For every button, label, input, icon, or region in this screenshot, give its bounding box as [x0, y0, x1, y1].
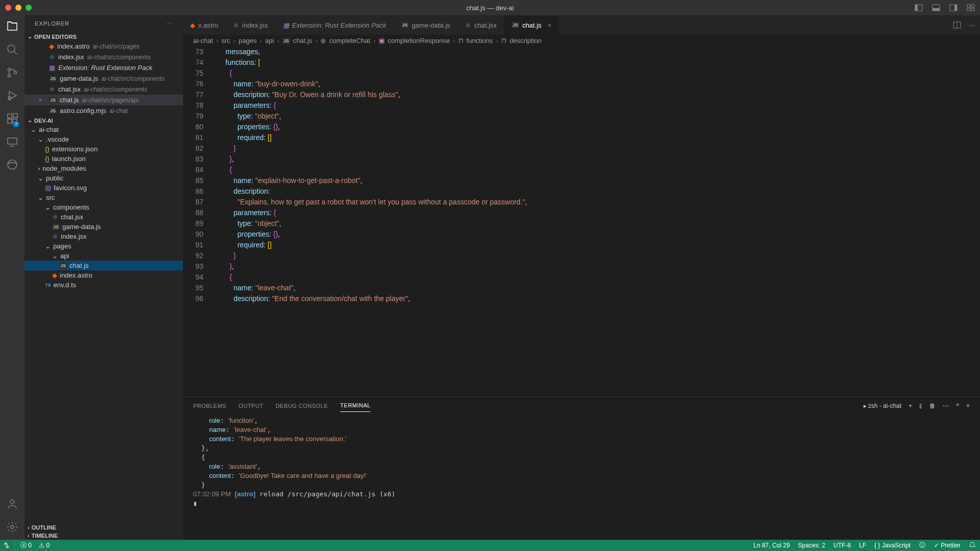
tree-item[interactable]: {}extensions.json — [25, 144, 183, 154]
svg-rect-1 — [915, 5, 918, 11]
customize-layout-icon[interactable] — [967, 4, 975, 12]
prettier-status[interactable]: ✓ Prettier — [934, 542, 961, 549]
language-mode[interactable]: { } JavaScript — [874, 542, 911, 549]
editor-tab[interactable]: ◆x.astro — [183, 15, 226, 35]
tree-item[interactable]: ▨favicon.svg — [25, 183, 183, 193]
panel-bottom-icon[interactable] — [932, 4, 940, 12]
maximize-window-icon[interactable] — [26, 5, 32, 11]
svg-point-28 — [921, 543, 922, 544]
tree-item[interactable]: ›node_modules — [25, 164, 183, 173]
warnings-count[interactable]: ⚠ 0 — [39, 542, 50, 549]
open-editors-header[interactable]: ⌄ OPEN EDITORS — [25, 32, 183, 41]
timeline-header[interactable]: › TIMELINE — [25, 532, 183, 540]
open-editor-item[interactable]: ◆index.astro ai-chat/src/pages — [25, 41, 183, 52]
tree-item[interactable]: JSgame-data.js — [25, 222, 183, 232]
breadcrumb-item[interactable]: completionResponse — [388, 37, 450, 44]
svg-point-14 — [14, 72, 17, 74]
breadcrumb-item[interactable]: functions — [466, 37, 493, 44]
project-header[interactable]: ⌄ DEV-AI — [25, 116, 183, 125]
feedback-icon[interactable] — [919, 541, 926, 550]
breadcrumb-item[interactable]: pages — [239, 37, 256, 44]
close-window-icon[interactable] — [5, 5, 11, 11]
breadcrumb-item[interactable]: src — [221, 37, 230, 44]
activity-bar: 7 — [0, 15, 25, 540]
cursor-position[interactable]: Ln 87, Col 29 — [753, 542, 789, 549]
panel-right-icon[interactable] — [949, 4, 958, 12]
layout-controls[interactable] — [915, 4, 975, 12]
editor-tab[interactable]: JSgame-data.js — [394, 15, 458, 35]
breadcrumbs[interactable]: ai-chat›src›pages›api›JSchat.js›⊕complet… — [183, 35, 980, 47]
close-tab-icon[interactable]: × — [548, 21, 552, 29]
panel-tab[interactable]: PROBLEMS — [193, 400, 226, 412]
tree-item[interactable]: ⌄pages — [25, 241, 183, 251]
minimize-window-icon[interactable] — [15, 5, 21, 11]
indentation[interactable]: Spaces: 2 — [798, 542, 825, 549]
breadcrumb-item[interactable]: description — [509, 37, 542, 44]
split-terminal-icon[interactable]: ⫿ — [919, 402, 922, 409]
settings-gear-icon[interactable] — [6, 521, 18, 535]
more-icon[interactable]: ⋯ — [943, 402, 949, 409]
breadcrumb-item[interactable]: api — [265, 37, 274, 44]
outline-header[interactable]: › OUTLINE — [25, 523, 183, 532]
remote-icon[interactable] — [6, 135, 18, 149]
code-editor[interactable]: 7374757677787980818283848586878889909192… — [183, 47, 980, 397]
breadcrumb-item[interactable]: chat.js — [293, 37, 313, 44]
tree-item[interactable]: ⌄api — [25, 251, 183, 261]
editor-tab[interactable]: JSchat.js× — [504, 15, 559, 35]
new-terminal-icon[interactable]: + — [908, 402, 912, 409]
tree-item[interactable]: {}launch.json — [25, 154, 183, 164]
debug-icon[interactable] — [6, 89, 18, 103]
svg-rect-8 — [967, 8, 970, 11]
terminal-output[interactable]: role: 'function', name: 'leave-chat', co… — [183, 412, 980, 540]
tree-item[interactable]: ⌄components — [25, 202, 183, 212]
panel-tab[interactable]: OUTPUT — [239, 400, 263, 412]
tree-item[interactable]: ⚛chat.jsx — [25, 212, 183, 222]
editor-tab[interactable]: ▦Extension: Rust Extension Pack — [276, 15, 394, 35]
open-editor-item[interactable]: JSastro.config.mjs ai-chat — [25, 105, 183, 116]
window-controls[interactable] — [5, 5, 32, 11]
terminal-select[interactable]: ▸ zsh - ai-chat — [864, 402, 902, 409]
svg-point-12 — [8, 68, 11, 71]
editor-tab[interactable]: ⚛index.jsx — [226, 15, 276, 35]
tree-item[interactable]: ⚛index.jsx — [25, 232, 183, 241]
editor-area: ◆x.astro⚛index.jsx▦Extension: Rust Exten… — [183, 15, 980, 540]
extensions-icon[interactable]: 7 — [6, 112, 18, 126]
close-icon[interactable]: × — [37, 96, 44, 104]
open-editor-item[interactable]: ×JSchat.js ai-chat/src/pages/api — [25, 95, 183, 105]
remote-indicator[interactable] — [0, 540, 13, 551]
encoding[interactable]: UTF-8 — [833, 542, 851, 549]
breadcrumb-item[interactable]: ai-chat — [193, 37, 213, 44]
open-editor-item[interactable]: JSgame-data.js ai-chat/src/components — [25, 73, 183, 84]
more-icon[interactable]: ⋯ — [968, 21, 975, 29]
tree-item[interactable]: ◆index.astro — [25, 270, 183, 280]
open-editor-item[interactable]: ▦Extension: Rust Extension Pack — [25, 62, 183, 73]
open-editor-item[interactable]: ⚛chat.jsx ai-chat/src/components — [25, 84, 183, 95]
kill-terminal-icon[interactable]: 🗑 — [929, 402, 936, 409]
panel-left-icon[interactable] — [915, 4, 923, 12]
line-numbers: 7374757677787980818283848586878889909192… — [183, 47, 214, 397]
source-control-icon[interactable] — [6, 66, 18, 80]
panel-tab[interactable]: DEBUG CONSOLE — [275, 400, 328, 412]
tree-item[interactable]: ⌄ai-chat — [25, 125, 183, 134]
tree-item[interactable]: ⌄.vscode — [25, 134, 183, 144]
sidebar-more-icon[interactable]: ⋯ — [167, 20, 173, 27]
panel-tab[interactable]: TERMINAL — [340, 399, 371, 412]
split-editor-icon[interactable] — [953, 21, 961, 29]
open-editor-item[interactable]: ⚛index.jsx ai-chat/src/components — [25, 52, 183, 62]
tree-item[interactable]: ⌄public — [25, 173, 183, 183]
breadcrumb-item[interactable]: completeChat — [329, 37, 370, 44]
tree-item[interactable]: ⌄src — [25, 193, 183, 202]
tree-item[interactable]: TSenv.d.ts — [25, 280, 183, 290]
search-icon[interactable] — [6, 43, 18, 57]
edge-icon[interactable] — [6, 158, 18, 172]
notifications-icon[interactable] — [969, 541, 976, 550]
eol[interactable]: LF — [859, 542, 866, 549]
sidebar-title: EXPLORER — [35, 20, 69, 27]
account-icon[interactable] — [6, 498, 18, 512]
explorer-icon[interactable] — [6, 20, 18, 34]
errors-count[interactable]: ⓧ 0 — [20, 541, 32, 550]
maximize-panel-icon[interactable]: ^ — [956, 402, 959, 409]
tree-item[interactable]: JSchat.js — [25, 261, 183, 270]
close-panel-icon[interactable]: × — [966, 402, 970, 409]
editor-tab[interactable]: ⚛chat.jsx — [458, 15, 504, 35]
